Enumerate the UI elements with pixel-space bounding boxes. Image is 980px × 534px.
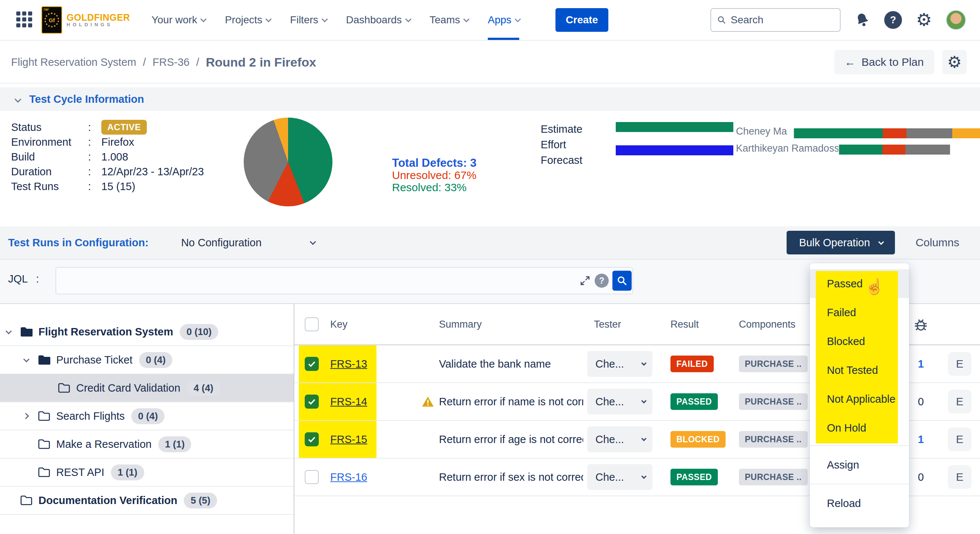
- menu-item-passed[interactable]: Passed: [810, 269, 909, 298]
- collapse-chevron-icon[interactable]: [14, 96, 21, 102]
- result-badge: PASSED: [670, 469, 718, 486]
- field-test-runs: Test Runs: 15 (15): [11, 179, 204, 194]
- create-button[interactable]: Create: [555, 8, 608, 32]
- component-badge: PURCHASE ..: [739, 356, 808, 372]
- nav-your-work[interactable]: Your work: [152, 0, 205, 40]
- summary-text: Return error if sex is not correc: [439, 471, 583, 483]
- breadcrumb-separator: /: [143, 56, 146, 68]
- tree-item-make-a-reservation[interactable]: Make a Reservation 1 (1): [0, 431, 294, 459]
- tester-dropdown[interactable]: Che...: [587, 389, 652, 415]
- tree-item-credit-card-validation[interactable]: Credit Card Validation 4 (4): [0, 374, 294, 402]
- tree-item-count-badge: 1 (1): [158, 436, 191, 452]
- menu-item-not-tested[interactable]: Not Tested: [810, 356, 909, 385]
- help-icon[interactable]: ?: [884, 11, 902, 29]
- row-checkbox[interactable]: [305, 357, 319, 371]
- jql-help-icon[interactable]: ?: [595, 274, 609, 288]
- execute-button[interactable]: E: [948, 352, 972, 376]
- chevron-down-icon: [200, 16, 207, 22]
- field-status: Status: ACTIVE: [11, 120, 204, 135]
- jql-input[interactable]: [56, 267, 633, 294]
- tree-item-flight-reservation-system[interactable]: Flight Reservation System 0 (10): [0, 318, 294, 346]
- jql-search-button[interactable]: [612, 271, 632, 291]
- execute-button[interactable]: E: [948, 390, 972, 413]
- tester-dropdown[interactable]: Che...: [587, 351, 652, 377]
- expand-icon[interactable]: [579, 275, 591, 287]
- page-title: Round 2 in Firefox: [206, 55, 316, 70]
- menu-item-blocked[interactable]: Blocked: [810, 327, 909, 356]
- search-icon: [717, 15, 726, 25]
- config-label: Test Runs in Configuration:: [8, 237, 149, 249]
- test-run-key-link[interactable]: FRS-15: [330, 434, 367, 446]
- notifications-icon[interactable]: [853, 10, 872, 30]
- user-avatar[interactable]: [946, 10, 966, 30]
- configuration-select[interactable]: No Configuration: [181, 237, 314, 249]
- nav-filters[interactable]: Filters: [290, 0, 326, 40]
- config-bar: Test Runs in Configuration: No Configura…: [0, 226, 980, 259]
- test-run-key-link[interactable]: FRS-16: [330, 471, 367, 483]
- nav-projects[interactable]: Projects: [225, 0, 270, 40]
- check-icon: [307, 359, 316, 368]
- nav-apps[interactable]: Apps: [488, 0, 519, 40]
- cycle-settings-button[interactable]: ⚙: [942, 50, 967, 74]
- row-checkbox[interactable]: [305, 432, 319, 447]
- back-to-plan-button[interactable]: ← Back to Plan: [834, 50, 934, 74]
- field-environment: Environment: Firefox: [11, 135, 204, 149]
- tree-item-purchase-ticket[interactable]: Purchase Ticket 0 (4): [0, 346, 294, 374]
- folder-outline-icon: [38, 467, 50, 478]
- chevron-down-icon: [310, 238, 316, 245]
- row-checkbox[interactable]: [305, 470, 319, 484]
- chevron-down-icon[interactable]: [23, 356, 30, 362]
- tester-name-1: Cheney Ma: [736, 126, 787, 137]
- tester-bar-2: [838, 145, 950, 154]
- nav-teams[interactable]: Teams: [430, 0, 468, 40]
- jql-controls: ?: [579, 271, 632, 291]
- cycle-info-header: Test Cycle Information: [0, 87, 980, 111]
- bulk-operation-button[interactable]: Bulk Operation: [787, 231, 895, 254]
- execute-button[interactable]: E: [948, 428, 972, 451]
- chevron-down-icon[interactable]: [6, 328, 12, 334]
- chevron-right-icon[interactable]: [23, 413, 29, 420]
- check-icon: [307, 435, 316, 444]
- execute-button[interactable]: E: [948, 465, 972, 489]
- search-input[interactable]: [731, 14, 834, 26]
- test-run-key-link[interactable]: FRS-13: [330, 358, 367, 370]
- top-nav: 79F Gf GOLDFINGER HOLDINGS Your work Pro…: [0, 0, 980, 41]
- result-badge: PASSED: [670, 394, 718, 410]
- bug-icon: [913, 316, 929, 332]
- tree-item-rest-api[interactable]: REST API 1 (1): [0, 459, 294, 487]
- menu-item-assign[interactable]: Assign: [810, 446, 909, 484]
- bulk-operation-menu: Passed Failed Blocked Not Tested Not App…: [810, 263, 909, 527]
- menu-item-not-applicable[interactable]: Not Applicable: [810, 385, 909, 413]
- cycle-fields: Status: ACTIVE Environment: Firefox Buil…: [11, 120, 204, 194]
- tree-item-count-badge: 0 (4): [131, 408, 164, 424]
- header-components: Components: [739, 318, 795, 330]
- company-logo[interactable]: 79F Gf: [41, 6, 62, 33]
- columns-button[interactable]: Columns: [916, 236, 959, 249]
- tester-dropdown[interactable]: Che...: [587, 464, 652, 490]
- select-all-checkbox[interactable]: [305, 317, 319, 331]
- breadcrumb-project[interactable]: Flight Reservation System: [11, 56, 136, 68]
- field-duration: Duration: 12/Apr/23 - 13/Apr/23: [11, 164, 204, 179]
- menu-item-on-hold[interactable]: On Hold: [810, 413, 909, 442]
- global-search[interactable]: [710, 8, 841, 32]
- tree-item-search-flights[interactable]: Search Flights 0 (4): [0, 402, 294, 431]
- jql-label: JQL:: [8, 273, 39, 285]
- effort-bar: [616, 145, 733, 155]
- menu-item-reload[interactable]: Reload: [810, 485, 909, 522]
- row-checkbox[interactable]: [305, 394, 319, 408]
- tree-item-label: Flight Reservation System: [38, 326, 173, 338]
- app-switcher-icon[interactable]: [16, 11, 33, 29]
- tester-dropdown[interactable]: Che...: [587, 426, 652, 452]
- tree-item-documentation-verification[interactable]: Documentation Verification 5 (5): [0, 487, 294, 515]
- menu-item-failed[interactable]: Failed: [810, 298, 909, 327]
- metric-labels: Estimate Effort Forecast: [541, 121, 582, 168]
- folder-outline-icon: [38, 410, 50, 421]
- settings-icon[interactable]: ⚙: [916, 11, 932, 29]
- tree-item-label: Documentation Verification: [38, 494, 177, 507]
- tree-item-label: Search Flights: [56, 410, 125, 422]
- breadcrumb-issue[interactable]: FRS-36: [153, 56, 190, 68]
- nav-dashboards[interactable]: Dashboards: [346, 0, 410, 40]
- test-run-key-link[interactable]: FRS-14: [330, 396, 367, 408]
- estimate-bar: [616, 122, 733, 132]
- forecast-label: Forecast: [541, 153, 582, 168]
